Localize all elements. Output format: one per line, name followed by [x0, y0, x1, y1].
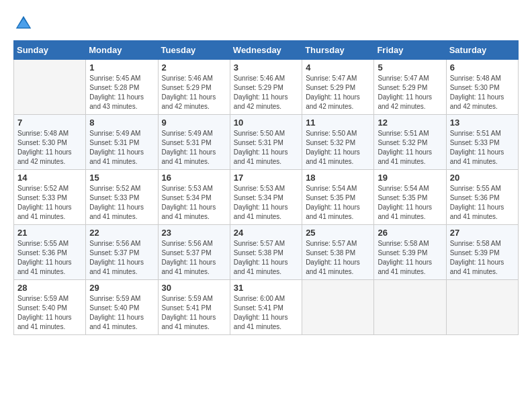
- day-number: 11: [306, 118, 370, 128]
- day-info: Sunrise: 5:46 AMSunset: 5:29 PMDaylight:…: [162, 74, 226, 111]
- day-number: 23: [162, 228, 226, 238]
- day-info: Sunrise: 5:58 AMSunset: 5:39 PMDaylight:…: [450, 239, 515, 277]
- day-info: Sunrise: 5:55 AMSunset: 5:36 PMDaylight:…: [450, 184, 515, 222]
- day-info: Sunrise: 5:45 AMSunset: 5:28 PMDaylight:…: [89, 74, 154, 111]
- calendar-cell: 31Sunrise: 6:00 AMSunset: 5:41 PMDayligh…: [230, 280, 302, 335]
- calendar-cell: 12Sunrise: 5:51 AMSunset: 5:32 PMDayligh…: [374, 115, 446, 170]
- day-number: 22: [89, 228, 154, 238]
- calendar-cell: 10Sunrise: 5:50 AMSunset: 5:31 PMDayligh…: [230, 115, 302, 170]
- day-number: 30: [162, 283, 226, 293]
- day-info: Sunrise: 5:47 AMSunset: 5:29 PMDaylight:…: [378, 74, 442, 111]
- day-number: 28: [17, 283, 82, 293]
- day-number: 16: [162, 173, 226, 183]
- day-info: Sunrise: 5:49 AMSunset: 5:31 PMDaylight:…: [89, 129, 154, 167]
- column-header-wednesday: Wednesday: [230, 41, 302, 60]
- day-info: Sunrise: 5:53 AMSunset: 5:34 PMDaylight:…: [234, 184, 298, 222]
- column-header-sunday: Sunday: [14, 41, 86, 60]
- day-number: 5: [378, 62, 442, 73]
- calendar-cell: 18Sunrise: 5:54 AMSunset: 5:35 PMDayligh…: [302, 170, 374, 225]
- day-number: 27: [450, 228, 515, 238]
- day-number: 3: [234, 62, 298, 73]
- calendar-cell: 8Sunrise: 5:49 AMSunset: 5:31 PMDaylight…: [86, 115, 158, 170]
- calendar-cell: 7Sunrise: 5:48 AMSunset: 5:30 PMDaylight…: [14, 115, 86, 170]
- day-info: Sunrise: 5:59 AMSunset: 5:40 PMDaylight:…: [17, 294, 82, 332]
- day-number: 4: [306, 62, 370, 73]
- column-header-monday: Monday: [86, 41, 158, 60]
- day-number: 15: [89, 173, 154, 183]
- calendar-header-row: SundayMondayTuesdayWednesdayThursdayFrid…: [14, 41, 519, 60]
- calendar-week-1: 1Sunrise: 5:45 AMSunset: 5:28 PMDaylight…: [14, 60, 519, 115]
- day-info: Sunrise: 5:50 AMSunset: 5:32 PMDaylight:…: [306, 129, 370, 167]
- calendar-cell: 21Sunrise: 5:55 AMSunset: 5:36 PMDayligh…: [14, 225, 86, 280]
- calendar-cell: 26Sunrise: 5:58 AMSunset: 5:39 PMDayligh…: [374, 225, 446, 280]
- day-info: Sunrise: 5:54 AMSunset: 5:35 PMDaylight:…: [378, 184, 442, 222]
- calendar-cell: 13Sunrise: 5:51 AMSunset: 5:33 PMDayligh…: [446, 115, 518, 170]
- day-info: Sunrise: 5:55 AMSunset: 5:36 PMDaylight:…: [17, 239, 82, 277]
- calendar-week-5: 28Sunrise: 5:59 AMSunset: 5:40 PMDayligh…: [14, 280, 519, 335]
- day-number: 19: [378, 173, 442, 183]
- day-number: 31: [234, 283, 298, 293]
- day-info: Sunrise: 5:53 AMSunset: 5:34 PMDaylight:…: [162, 184, 226, 222]
- day-number: 10: [234, 118, 298, 128]
- day-info: Sunrise: 5:56 AMSunset: 5:37 PMDaylight:…: [162, 239, 226, 277]
- day-number: 2: [162, 62, 226, 73]
- day-info: Sunrise: 5:59 AMSunset: 5:40 PMDaylight:…: [89, 294, 154, 332]
- calendar-cell: 29Sunrise: 5:59 AMSunset: 5:40 PMDayligh…: [86, 280, 158, 335]
- logo: [13, 13, 35, 34]
- day-info: Sunrise: 5:47 AMSunset: 5:29 PMDaylight:…: [306, 74, 370, 111]
- calendar-cell: [14, 60, 86, 115]
- calendar-cell: 20Sunrise: 5:55 AMSunset: 5:36 PMDayligh…: [446, 170, 518, 225]
- day-number: 7: [17, 118, 82, 128]
- day-info: Sunrise: 5:49 AMSunset: 5:31 PMDaylight:…: [162, 129, 226, 167]
- day-info: Sunrise: 5:56 AMSunset: 5:37 PMDaylight:…: [89, 239, 154, 277]
- day-number: 29: [89, 283, 154, 293]
- day-number: 24: [234, 228, 298, 238]
- calendar-cell: 25Sunrise: 5:57 AMSunset: 5:38 PMDayligh…: [302, 225, 374, 280]
- calendar-cell: 24Sunrise: 5:57 AMSunset: 5:38 PMDayligh…: [230, 225, 302, 280]
- day-info: Sunrise: 5:52 AMSunset: 5:33 PMDaylight:…: [17, 184, 82, 222]
- day-info: Sunrise: 5:52 AMSunset: 5:33 PMDaylight:…: [89, 184, 154, 222]
- calendar-cell: 4Sunrise: 5:47 AMSunset: 5:29 PMDaylight…: [302, 60, 374, 115]
- calendar-cell: 3Sunrise: 5:46 AMSunset: 5:29 PMDaylight…: [230, 60, 302, 115]
- calendar-cell: 28Sunrise: 5:59 AMSunset: 5:40 PMDayligh…: [14, 280, 86, 335]
- day-number: 6: [450, 62, 515, 73]
- calendar-cell: 2Sunrise: 5:46 AMSunset: 5:29 PMDaylight…: [158, 60, 230, 115]
- calendar-cell: 19Sunrise: 5:54 AMSunset: 5:35 PMDayligh…: [374, 170, 446, 225]
- column-header-tuesday: Tuesday: [158, 41, 230, 60]
- day-number: 12: [378, 118, 442, 128]
- calendar-cell: 11Sunrise: 5:50 AMSunset: 5:32 PMDayligh…: [302, 115, 374, 170]
- calendar-cell: 9Sunrise: 5:49 AMSunset: 5:31 PMDaylight…: [158, 115, 230, 170]
- calendar-table: SundayMondayTuesdayWednesdayThursdayFrid…: [13, 40, 519, 335]
- day-info: Sunrise: 5:57 AMSunset: 5:38 PMDaylight:…: [306, 239, 370, 277]
- calendar-cell: 22Sunrise: 5:56 AMSunset: 5:37 PMDayligh…: [86, 225, 158, 280]
- calendar-cell: 14Sunrise: 5:52 AMSunset: 5:33 PMDayligh…: [14, 170, 86, 225]
- column-header-thursday: Thursday: [302, 41, 374, 60]
- calendar-cell: 27Sunrise: 5:58 AMSunset: 5:39 PMDayligh…: [446, 225, 518, 280]
- day-info: Sunrise: 5:59 AMSunset: 5:41 PMDaylight:…: [162, 294, 226, 332]
- calendar-cell: [302, 280, 374, 335]
- calendar-week-2: 7Sunrise: 5:48 AMSunset: 5:30 PMDaylight…: [14, 115, 519, 170]
- calendar-cell: 15Sunrise: 5:52 AMSunset: 5:33 PMDayligh…: [86, 170, 158, 225]
- day-number: 18: [306, 173, 370, 183]
- column-header-saturday: Saturday: [446, 41, 518, 60]
- calendar-cell: 17Sunrise: 5:53 AMSunset: 5:34 PMDayligh…: [230, 170, 302, 225]
- calendar-cell: 16Sunrise: 5:53 AMSunset: 5:34 PMDayligh…: [158, 170, 230, 225]
- calendar-cell: [374, 280, 446, 335]
- day-info: Sunrise: 5:51 AMSunset: 5:32 PMDaylight:…: [378, 129, 442, 167]
- day-info: Sunrise: 5:50 AMSunset: 5:31 PMDaylight:…: [234, 129, 298, 167]
- calendar-week-4: 21Sunrise: 5:55 AMSunset: 5:36 PMDayligh…: [14, 225, 519, 280]
- day-info: Sunrise: 5:46 AMSunset: 5:29 PMDaylight:…: [234, 74, 298, 111]
- day-number: 14: [17, 173, 82, 183]
- day-info: Sunrise: 6:00 AMSunset: 5:41 PMDaylight:…: [234, 294, 298, 332]
- day-number: 1: [89, 62, 154, 73]
- page-header: [13, 13, 519, 34]
- calendar-cell: 23Sunrise: 5:56 AMSunset: 5:37 PMDayligh…: [158, 225, 230, 280]
- column-header-friday: Friday: [374, 41, 446, 60]
- day-info: Sunrise: 5:51 AMSunset: 5:33 PMDaylight:…: [450, 129, 515, 167]
- logo-icon: [13, 13, 34, 34]
- day-info: Sunrise: 5:48 AMSunset: 5:30 PMDaylight:…: [17, 129, 82, 167]
- day-info: Sunrise: 5:54 AMSunset: 5:35 PMDaylight:…: [306, 184, 370, 222]
- day-number: 21: [17, 228, 82, 238]
- day-number: 13: [450, 118, 515, 128]
- day-number: 20: [450, 173, 515, 183]
